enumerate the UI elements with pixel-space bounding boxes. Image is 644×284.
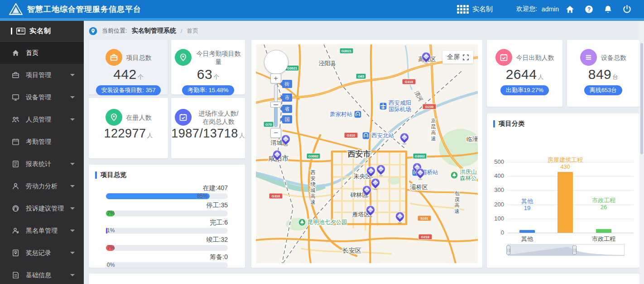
svg-text:G230: G230	[425, 105, 433, 109]
module-switch[interactable]: 实名制	[457, 5, 493, 14]
header-accent-strip	[0, 18, 644, 21]
sidebar-item-3[interactable]: 人员管理	[0, 108, 84, 131]
info-doc-icon	[12, 271, 19, 279]
stat-card-badge: 出勤率19.27%	[500, 85, 549, 95]
svg-text:洪庆山: 洪庆山	[460, 169, 477, 175]
sidebar-item-label: 首页	[26, 49, 38, 57]
sidebar-item-7[interactable]: 投诉建议管理	[0, 197, 84, 220]
device-icon	[12, 93, 19, 101]
datazoom-right-handle[interactable]	[572, 245, 577, 255]
home-icon[interactable]	[562, 3, 578, 15]
chart-ytick-label: 200	[487, 201, 504, 208]
map-zoom-level-市[interactable]: 市	[282, 93, 292, 102]
list-circle-icon	[580, 49, 597, 66]
stat-card-device-total: 设备总数 849 台 离线653台	[567, 40, 639, 107]
chart-bar-市政工程[interactable]	[596, 229, 611, 233]
sidebar-item-8[interactable]: 黑名单管理	[0, 220, 84, 242]
map-zoom-level-街[interactable]: 街	[282, 80, 292, 88]
svg-text:G3002: G3002	[415, 154, 425, 158]
map-zoom-out-button[interactable]: −	[270, 128, 281, 138]
chart-ytick-label: 400	[487, 172, 504, 179]
svg-text:萧家村站: 萧家村站	[330, 111, 353, 118]
sidebar-item-10[interactable]: 基础信息	[0, 264, 84, 284]
sidebar-item-label: 基础信息	[26, 271, 51, 279]
overview-bar-track: 7%	[106, 245, 228, 251]
page-scrollbar[interactable]	[639, 21, 644, 284]
overview-bar-percent: 0%	[107, 262, 115, 268]
breadcrumb: 当前位置: 实名制管理系统 / 首页	[89, 24, 198, 38]
svg-text:西安北站: 西安北站	[371, 132, 394, 139]
sidebar-item-label: 考勤管理	[26, 138, 51, 146]
map-fullscreen-button[interactable]: 全屏	[442, 51, 473, 64]
svg-text:G310: G310	[347, 133, 355, 137]
datazoom-left-handle[interactable]	[506, 245, 510, 255]
map-region-label: 西安绕城高速	[310, 170, 316, 205]
bell-icon[interactable]	[600, 3, 616, 15]
users-icon	[12, 116, 19, 123]
pan-up-icon[interactable]	[274, 54, 279, 58]
chart-bar-name: 其他	[502, 198, 552, 205]
logout-icon[interactable]	[619, 3, 635, 15]
report-icon	[12, 160, 19, 168]
chart-bar-label: 房屋建筑工程430	[540, 157, 590, 170]
map-panel: 泾阳县高陵区渭城区咸阳市西安市未央区碑林区雁塔区灞桥区长安区临潼区渭河京昆高速西…	[251, 40, 482, 268]
project-category-chart: 0100200300400500其他19其他房屋建筑工程430市政工程26市政工…	[487, 113, 639, 268]
sidebar-item-2[interactable]: 设备管理	[0, 86, 84, 108]
sidebar-item-9[interactable]: 奖惩记录	[0, 242, 84, 264]
pin-circle-icon	[175, 49, 192, 66]
sidebar-item-1[interactable]: 项目管理	[0, 64, 84, 86]
chevron-down-icon	[70, 118, 75, 121]
chevron-down-icon	[70, 96, 75, 98]
chart-bar-其他[interactable]	[519, 230, 535, 233]
stat-card-value: 63	[197, 67, 212, 82]
brand-bar	[11, 28, 12, 34]
sidebar-item-4[interactable]: 考勤管理	[0, 131, 84, 153]
stat-card-value: 122977	[104, 127, 146, 141]
pan-right-icon[interactable]	[280, 60, 285, 64]
svg-text:S101: S101	[420, 216, 428, 220]
project-overview-panel: 项目总览 在建:407 85% 停工:35 7% 完工:6 1% 竣工:32 7…	[89, 165, 245, 268]
map-zoom-level-省[interactable]: 省	[282, 105, 292, 113]
chart-bar-房屋建筑工程[interactable]	[557, 172, 573, 233]
pin-circle-icon	[106, 109, 122, 126]
chevron-down-icon	[70, 252, 75, 254]
fullscreen-label: 全屏	[447, 53, 460, 61]
page-scrollbar-thumb[interactable]	[640, 43, 643, 154]
map-region-label: 灞桥区	[410, 184, 428, 191]
map-poi-metro: 西安北站	[362, 132, 394, 139]
stat-card-label: 今日考勤项目数量	[196, 49, 241, 66]
chart-bar-value: 430	[540, 163, 590, 170]
sidebar-item-5[interactable]: 报表统计	[0, 153, 84, 175]
breadcrumb-root[interactable]: 实名制管理系统	[132, 27, 176, 35]
module-label: 实名制	[472, 5, 493, 14]
fullscreen-icon	[463, 54, 469, 60]
chart-bar-name: 房屋建筑工程	[540, 157, 590, 163]
svg-text:西安咸阳: 西安咸阳	[389, 100, 411, 106]
help-icon[interactable]: ?	[581, 3, 597, 15]
chart-xtick-label: 其他	[502, 235, 552, 243]
map-pan-control[interactable]	[264, 50, 288, 74]
map-region-label: 西安市	[347, 150, 371, 158]
stat-card-label: 进场作业人数/在岗总人数	[196, 109, 241, 126]
stat-card-unit: 人	[538, 73, 543, 81]
user-x-icon	[12, 227, 19, 235]
bottom-panel	[89, 274, 639, 284]
sidebar-item-0[interactable]: 首页	[0, 42, 84, 64]
road-shield: G65	[356, 73, 366, 79]
chevron-down-icon	[70, 163, 75, 165]
overview-bar-percent: 7%	[107, 211, 115, 216]
chevron-down-icon	[70, 185, 75, 187]
sidebar-item-label: 人员管理	[26, 116, 51, 124]
pan-down-icon[interactable]	[274, 66, 279, 71]
map[interactable]: 泾阳县高陵区渭城区咸阳市西安市未央区碑林区雁塔区灞桥区长安区临潼区渭河京昆高速西…	[256, 44, 478, 263]
svg-text:G3021: G3021	[341, 49, 352, 53]
pan-left-icon[interactable]	[268, 60, 272, 64]
id-card-icon	[16, 28, 25, 34]
title-accent-bar	[95, 171, 97, 179]
stat-card-label: 设备总数	[601, 54, 626, 62]
sidebar-menu: 首页项目管理设备管理人员管理考勤管理报表统计劳动力分析投诉建议管理黑名单管理奖惩…	[0, 42, 84, 284]
map-zoom-level-国[interactable]: 国	[282, 115, 292, 123]
sidebar-item-6[interactable]: 劳动力分析	[0, 175, 84, 197]
overview-bar-track: 85%	[106, 193, 228, 199]
chart-datazoom-slider[interactable]	[508, 244, 625, 256]
